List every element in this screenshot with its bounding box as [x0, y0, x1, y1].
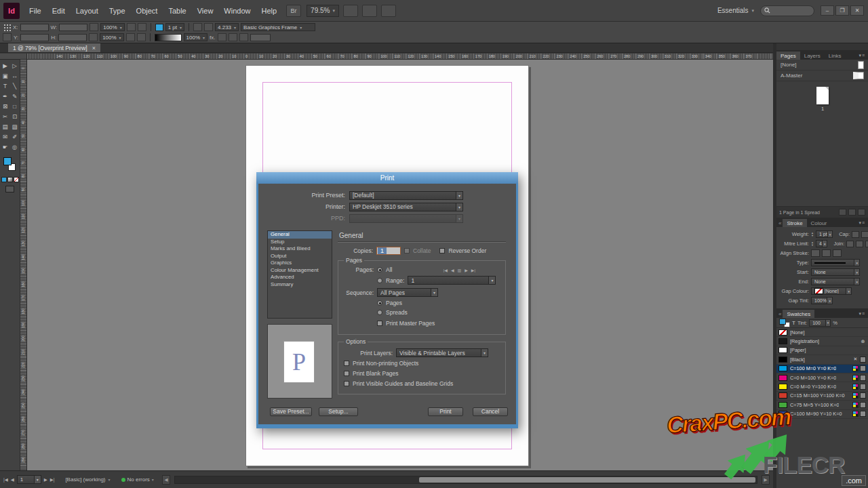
copies-input[interactable]: 1: [376, 247, 401, 255]
round-cap-icon[interactable]: [861, 231, 868, 238]
print-blank-pages-checkbox[interactable]: [344, 371, 349, 376]
master-a-row[interactable]: A-Master: [776, 70, 868, 81]
first-page-icon[interactable]: |◀: [443, 268, 448, 272]
bridge-icon[interactable]: Br: [286, 5, 301, 17]
stroke-gradient-bar[interactable]: [155, 34, 182, 41]
printer-dropdown[interactable]: HP Deskjet 3510 series: [349, 203, 463, 211]
next-page-icon[interactable]: ▶: [465, 268, 468, 272]
formatting-affects-text-icon[interactable]: [792, 320, 795, 326]
round-join-icon[interactable]: [856, 241, 863, 247]
tab-pages[interactable]: Pages: [776, 52, 800, 60]
scale-y-dropdown[interactable]: 100%: [100, 33, 123, 41]
print-non-printing-checkbox[interactable]: [344, 361, 349, 366]
pages-thumbnail-area[interactable]: 1: [776, 81, 868, 207]
delete-page-icon[interactable]: [858, 209, 865, 216]
menu-table[interactable]: Table: [163, 0, 191, 22]
rotate-icon[interactable]: [127, 23, 136, 31]
preflight-profile-dropdown[interactable]: [Basic] (working): [65, 476, 110, 483]
range-input[interactable]: 1: [408, 276, 496, 285]
fx-icon[interactable]: fx.: [210, 35, 215, 41]
apply-color-button[interactable]: [1, 177, 7, 182]
print-guides-checkbox[interactable]: [344, 381, 349, 386]
pencil-tool[interactable]: ✎: [10, 92, 20, 101]
screen-mode-button[interactable]: [5, 186, 14, 192]
gap-tool[interactable]: ↔: [10, 71, 20, 81]
spreads-radio[interactable]: [377, 310, 382, 315]
rectangle-tool[interactable]: □: [10, 102, 20, 111]
width-field[interactable]: [59, 24, 87, 31]
rotate-ccw-icon[interactable]: [137, 33, 146, 41]
y-position-field[interactable]: [20, 34, 49, 41]
swatch-row[interactable]: C=100 M=0 Y=0 K=0: [776, 365, 868, 373]
gradient-swatch-tool[interactable]: ▤: [1, 122, 10, 131]
zoom-tool[interactable]: ◎: [10, 142, 20, 152]
menu-help[interactable]: Help: [256, 0, 282, 22]
workspace-switcher[interactable]: Essentials: [717, 7, 754, 14]
first-page-icon[interactable]: |◀: [3, 477, 8, 483]
close-button[interactable]: ✕: [850, 5, 864, 16]
page-tool[interactable]: ▣: [1, 71, 10, 81]
scrollbar-thumb[interactable]: [419, 477, 755, 483]
type-tool[interactable]: T: [1, 81, 10, 91]
apply-gradient-button[interactable]: [7, 177, 13, 182]
scroll-left-arrow[interactable]: ◀: [162, 475, 170, 485]
page-number-dropdown[interactable]: 1: [17, 475, 41, 484]
panel-menu-icon[interactable]: [859, 311, 868, 318]
print-section-output[interactable]: Output: [268, 253, 332, 260]
previous-page-icon[interactable]: ◀: [11, 477, 14, 483]
cancel-button[interactable]: Cancel: [473, 407, 508, 416]
stroke-weight-dropdown[interactable]: 1 pt: [165, 23, 184, 31]
panel-menu-icon[interactable]: [859, 220, 868, 227]
tab-stroke[interactable]: Stroke: [783, 219, 806, 227]
opacity-dropdown[interactable]: 100%: [184, 33, 208, 41]
view-options-icon[interactable]: [343, 5, 358, 17]
edit-page-size-icon[interactable]: [839, 209, 846, 216]
print-section-advanced[interactable]: Advanced: [268, 274, 332, 281]
weight-stepper-icon[interactable]: [811, 232, 814, 237]
print-master-pages-checkbox[interactable]: [377, 321, 382, 326]
screen-mode-icon[interactable]: [362, 5, 377, 17]
swatch-row[interactable]: [Paper]: [776, 346, 868, 355]
panel-menu-icon[interactable]: [859, 53, 868, 60]
shear-icon[interactable]: [126, 33, 135, 41]
fill-stroke-mini-proxy[interactable]: [779, 319, 790, 327]
note-tool[interactable]: ✉: [1, 132, 10, 142]
swatch-row[interactable]: C=0 M=0 Y=100 K=0: [776, 382, 868, 391]
scissors-tool[interactable]: ✂: [1, 112, 10, 121]
fill-color-swatch[interactable]: [3, 157, 12, 165]
hand-tool[interactable]: ☛: [1, 142, 10, 152]
print-layers-dropdown[interactable]: Visible & Printable Layers: [396, 348, 488, 357]
last-page-icon[interactable]: ▶|: [471, 268, 475, 272]
menu-edit[interactable]: Edit: [47, 0, 71, 22]
preflight-status[interactable]: No errors: [121, 476, 154, 483]
fit-frame-icon[interactable]: [204, 23, 213, 31]
tab-swatches[interactable]: Swatches: [783, 310, 814, 318]
stroke-weight-dropdown[interactable]: 1 pt: [816, 230, 833, 238]
bevel-join-icon[interactable]: [865, 241, 868, 247]
height-field[interactable]: [58, 34, 87, 41]
swatch-row[interactable]: [None]: [776, 328, 868, 337]
apply-none-button[interactable]: [14, 177, 19, 182]
mitre-limit-input[interactable]: 4: [816, 240, 827, 247]
pages-radio[interactable]: [377, 300, 382, 306]
drop-shadow-icon[interactable]: [218, 33, 226, 41]
gap-colour-dropdown[interactable]: [None]: [811, 287, 852, 295]
master-none-row[interactable]: [None]: [776, 60, 868, 70]
print-preset-dropdown[interactable]: [Default]: [349, 191, 463, 200]
mitre-stepper-icon[interactable]: [811, 241, 814, 247]
horizontal-scrollbar[interactable]: [174, 476, 757, 484]
gap-tint-dropdown[interactable]: 100%: [811, 297, 833, 304]
pen-tool[interactable]: ✒: [1, 92, 10, 101]
tab-colour[interactable]: Colour: [807, 219, 831, 227]
align-centre-icon[interactable]: [811, 249, 820, 257]
rectangle-frame-tool[interactable]: ⊠: [1, 102, 10, 111]
horizontal-ruler[interactable]: 1401301201101009080706050403020100102030…: [27, 54, 773, 60]
collapse-panel-icon[interactable]: [776, 311, 783, 318]
print-section-marks-and-bleed[interactable]: Marks and Bleed: [268, 245, 332, 253]
sequence-dropdown[interactable]: All Pages: [377, 288, 438, 297]
menu-view[interactable]: View: [192, 0, 219, 22]
print-section-colour-management[interactable]: Colour Management: [268, 267, 332, 274]
print-section-setup[interactable]: Setup: [268, 239, 332, 246]
menu-layout[interactable]: Layout: [71, 0, 104, 22]
fill-stroke-proxy[interactable]: [0, 155, 20, 176]
